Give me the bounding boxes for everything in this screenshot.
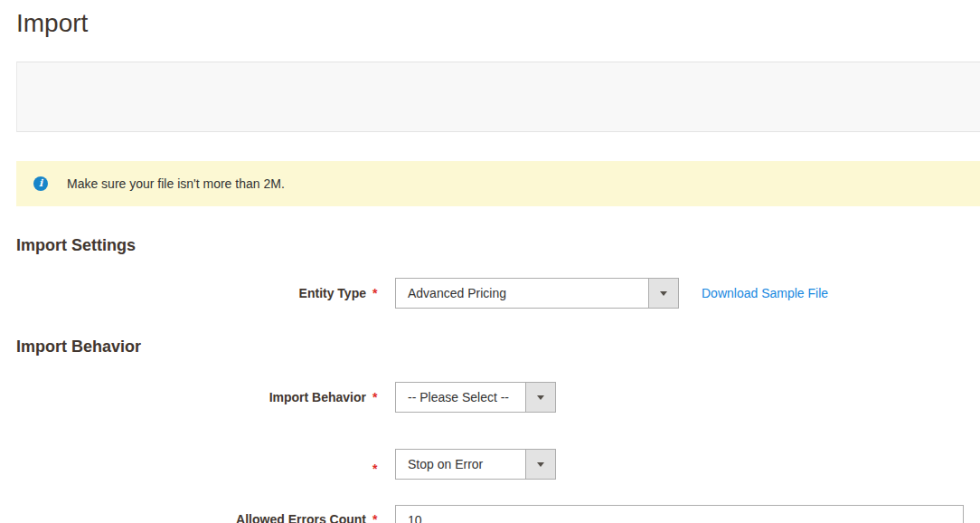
notice-text: Make sure your file isn't more than 2M. [67,176,285,191]
page-actions-toolbar [16,62,980,132]
chevron-down-glyph [537,462,544,467]
required-asterisk: * [366,505,395,523]
section-heading-import-behavior: Import Behavior [16,338,980,356]
page-title: Import [0,0,980,38]
import-behavior-selected-value: -- Please Select -- [396,383,525,412]
validation-strategy-selected-value: Stop on Error [396,450,525,479]
chevron-down-glyph [537,395,544,400]
download-sample-file-link[interactable]: Download Sample File [702,286,828,300]
field-row-entity-type: Entity Type * Advanced Pricing Download … [0,278,980,309]
allowed-errors-count-label: Allowed Errors Count [0,505,366,523]
entity-type-select[interactable]: Advanced Pricing [395,278,679,309]
chevron-down-icon[interactable] [648,279,678,308]
required-asterisk: * [366,390,395,404]
field-row-import-behavior: Import Behavior * -- Please Select -- [0,382,980,413]
entity-type-selected-value: Advanced Pricing [396,279,648,308]
import-behavior-label: Import Behavior [0,390,366,404]
notice-message: i Make sure your file isn't more than 2M… [16,161,980,206]
required-asterisk: * [366,286,395,300]
section-heading-import-settings: Import Settings [16,236,980,254]
chevron-down-glyph [660,291,667,296]
field-row-allowed-errors-count: Allowed Errors Count * [0,505,980,523]
validation-strategy-select[interactable]: Stop on Error [395,449,556,480]
allowed-errors-count-input[interactable] [395,505,964,523]
required-asterisk: * [366,452,395,476]
import-behavior-select[interactable]: -- Please Select -- [395,382,556,413]
entity-type-label: Entity Type [0,286,366,300]
chevron-down-icon[interactable] [525,450,555,479]
field-row-validation-strategy: * Stop on Error [0,449,980,480]
info-icon: i [33,176,48,191]
chevron-down-icon[interactable] [525,383,555,412]
